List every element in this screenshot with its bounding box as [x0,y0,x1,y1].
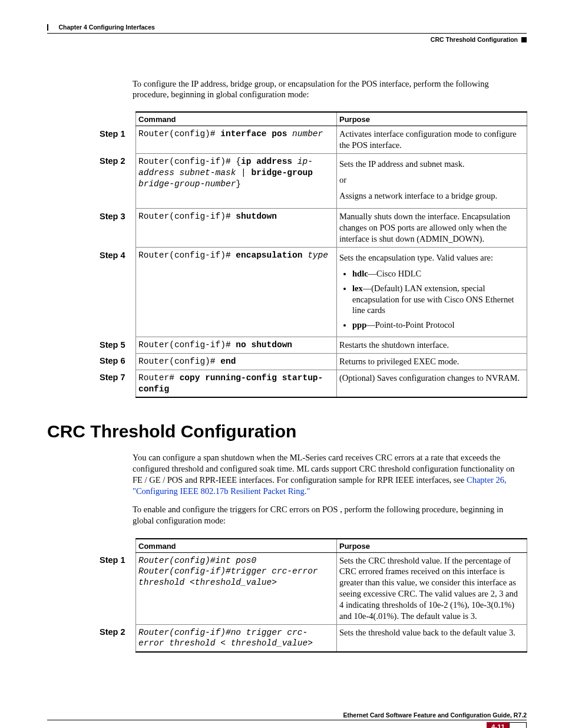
section-header-right: CRC Threshold Configuration [47,36,527,43]
purpose-cell: (Optional) Saves configuration changes t… [337,370,527,397]
command-cell: Router(config-if)# shutdown [136,209,337,248]
step-label: Step 1 [97,552,136,624]
footer-guide-title: Ethernet Card Software Feature and Confi… [47,711,527,720]
step-label: Step 7 [97,370,136,397]
page-footer: Ethernet Card Software Feature and Confi… [47,711,527,728]
step-label: Step 1 [97,126,136,154]
table-row: Step 2 Router(config-if)# {ip address ip… [97,153,527,209]
command-cell: Router(config-if)#no trigger crc-error t… [136,624,337,652]
purpose-cell: Activates interface configuration mode t… [337,126,527,154]
page-number-badge: 4-11 [487,722,510,728]
purpose-cell: Restarts the shutdown interface. [337,337,527,354]
purpose-cell: Sets the threshold value back to the def… [337,624,527,652]
step-header [97,112,136,126]
page-header: Chapter 4 Configuring Interfaces [47,22,527,34]
command-cell: Router(config-if)# no shutdown [136,337,337,354]
table-row: Step 5 Router(config-if)# no shutdown Re… [97,337,527,354]
step-label: Step 5 [97,337,136,354]
list-item: hdlc—Cisco HDLC [352,268,523,279]
command-header: Command [136,112,337,126]
table-row: Step 4 Router(config-if)# encapsulation … [97,248,527,337]
purpose-cell: Sets the CRC threshold value. If the per… [337,552,527,624]
purpose-cell: Sets the encapsulation type. Valid value… [337,248,527,337]
step-label: Step 2 [97,153,136,209]
command-cell: Router(config-if)# {ip address ip-addres… [136,153,337,209]
step-label: Step 3 [97,209,136,248]
step-label: Step 6 [97,353,136,370]
step-header [97,539,136,553]
command-cell: Router(config-if)# encapsulation type [136,248,337,337]
command-cell: Router(config)# interface pos number [136,126,337,154]
table-row: Step 6 Router(config)# end Returns to pr… [97,353,527,370]
step-label: Step 2 [97,624,136,652]
chapter-title: Chapter 4 Configuring Interfaces [53,24,155,31]
table-row: Step 3 Router(config-if)# shutdown Manua… [97,209,527,248]
pos-configuration-table: Command Purpose Step 1 Router(config)# i… [97,111,527,398]
command-cell: Router(config)# end [136,353,337,370]
table-row: Step 2 Router(config-if)#no trigger crc-… [97,624,527,652]
section-heading: CRC Threshold Configuration [47,421,527,442]
command-cell: Router(config)#int pos0 Router(config-if… [136,552,337,624]
section-marker-icon [521,37,527,42]
section-name: CRC Threshold Configuration [431,36,518,43]
crc-threshold-table: Command Purpose Step 1 Router(config)#in… [97,538,527,653]
body-paragraph: You can configure a span shutdown when t… [133,452,527,496]
step-label: Step 4 [97,248,136,337]
header-left-bar [47,24,48,31]
table-row: Step 7 Router# copy running-config start… [97,370,527,397]
intro-paragraph: To configure the IP address, bridge grou… [133,78,527,100]
purpose-header: Purpose [337,539,527,553]
table-row: Step 1 Router(config)# interface pos num… [97,126,527,154]
command-header: Command [136,539,337,553]
purpose-header: Purpose [337,112,527,126]
table-row: Step 1 Router(config)#int pos0 Router(co… [97,552,527,624]
purpose-cell: Sets the IP address and subnet mask. or … [337,153,527,209]
body-paragraph: To enable and configure the triggers for… [133,504,527,526]
command-cell: Router# copy running-config startup-conf… [136,370,337,397]
purpose-cell: Returns to privileged EXEC mode. [337,353,527,370]
list-item: lex—(Default) LAN extension, special enc… [352,283,523,317]
footer-box-icon [509,722,527,728]
list-item: ppp—Point-to-Point Protocol [352,319,523,331]
purpose-cell: Manually shuts down the interface. Encap… [337,209,527,248]
